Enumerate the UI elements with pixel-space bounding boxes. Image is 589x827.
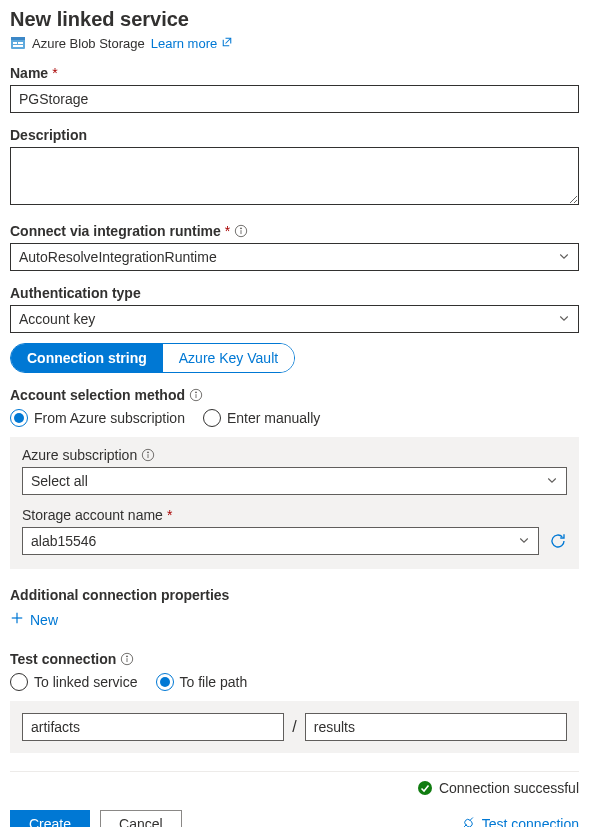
- info-icon[interactable]: [120, 652, 134, 666]
- connection-status: Connection successful: [10, 780, 579, 796]
- chevron-down-icon: [546, 473, 558, 489]
- panel-title: New linked service: [10, 8, 579, 31]
- external-link-icon: [221, 36, 233, 51]
- runtime-select[interactable]: AutoResolveIntegrationRuntime: [10, 243, 579, 271]
- radio-to-linked-service[interactable]: To linked service: [10, 673, 138, 691]
- info-icon[interactable]: [141, 448, 155, 462]
- create-button[interactable]: Create: [10, 810, 90, 827]
- additional-props-label: Additional connection properties: [10, 587, 579, 603]
- description-input[interactable]: [10, 147, 579, 205]
- auth-type-label: Authentication type: [10, 285, 579, 301]
- blob-storage-icon: [10, 35, 26, 51]
- subscription-label: Azure subscription: [22, 447, 567, 463]
- test-connection-label: Test connection: [10, 651, 579, 667]
- path-separator: /: [292, 718, 296, 736]
- cancel-button[interactable]: Cancel: [100, 810, 182, 827]
- subscription-subpanel: Azure subscription Select all Storage ac…: [10, 437, 579, 569]
- svg-rect-3: [18, 42, 23, 44]
- svg-point-19: [418, 781, 432, 795]
- plus-icon: [10, 611, 24, 628]
- storage-label: Storage account name *: [22, 507, 567, 523]
- name-label: Name*: [10, 65, 579, 81]
- chevron-down-icon: [558, 249, 570, 265]
- container-input[interactable]: [22, 713, 284, 741]
- svg-rect-2: [13, 42, 17, 44]
- svg-rect-1: [11, 37, 25, 40]
- service-type-label: Azure Blob Storage: [32, 36, 145, 51]
- svg-point-17: [127, 656, 128, 657]
- service-type-row: Azure Blob Storage Learn more: [10, 35, 579, 51]
- radio-from-subscription[interactable]: From Azure subscription: [10, 409, 185, 427]
- svg-point-12: [148, 452, 149, 453]
- auth-type-select[interactable]: Account key: [10, 305, 579, 333]
- success-icon: [417, 780, 433, 796]
- learn-more-link[interactable]: Learn more: [151, 36, 233, 51]
- svg-point-6: [241, 228, 242, 229]
- name-input[interactable]: [10, 85, 579, 113]
- credential-source-toggle: Connection string Azure Key Vault: [10, 343, 295, 373]
- svg-point-9: [196, 392, 197, 393]
- tab-connection-string[interactable]: Connection string: [11, 344, 163, 372]
- plug-icon: [461, 815, 476, 827]
- chevron-down-icon: [558, 311, 570, 327]
- refresh-icon[interactable]: [549, 532, 567, 550]
- account-method-radios: From Azure subscription Enter manually: [10, 409, 579, 427]
- radio-to-file-path[interactable]: To file path: [156, 673, 248, 691]
- svg-rect-4: [13, 45, 23, 47]
- footer-buttons: Create Cancel Test connection: [10, 810, 579, 827]
- info-icon[interactable]: [189, 388, 203, 402]
- subscription-select[interactable]: Select all: [22, 467, 567, 495]
- chevron-down-icon: [518, 533, 530, 549]
- footer-separator: [10, 771, 579, 772]
- account-method-label: Account selection method: [10, 387, 579, 403]
- linked-service-panel: New linked service Azure Blob Storage Le…: [0, 0, 589, 827]
- radio-enter-manually[interactable]: Enter manually: [203, 409, 320, 427]
- file-path-row: /: [10, 701, 579, 753]
- folder-input[interactable]: [305, 713, 567, 741]
- info-icon[interactable]: [234, 224, 248, 238]
- runtime-label: Connect via integration runtime*: [10, 223, 579, 239]
- description-label: Description: [10, 127, 579, 143]
- tab-azure-key-vault[interactable]: Azure Key Vault: [163, 344, 294, 372]
- test-connection-button[interactable]: Test connection: [461, 815, 579, 827]
- add-property-button[interactable]: New: [10, 611, 58, 628]
- test-connection-radios: To linked service To file path: [10, 673, 579, 691]
- storage-account-select[interactable]: alab15546: [22, 527, 539, 555]
